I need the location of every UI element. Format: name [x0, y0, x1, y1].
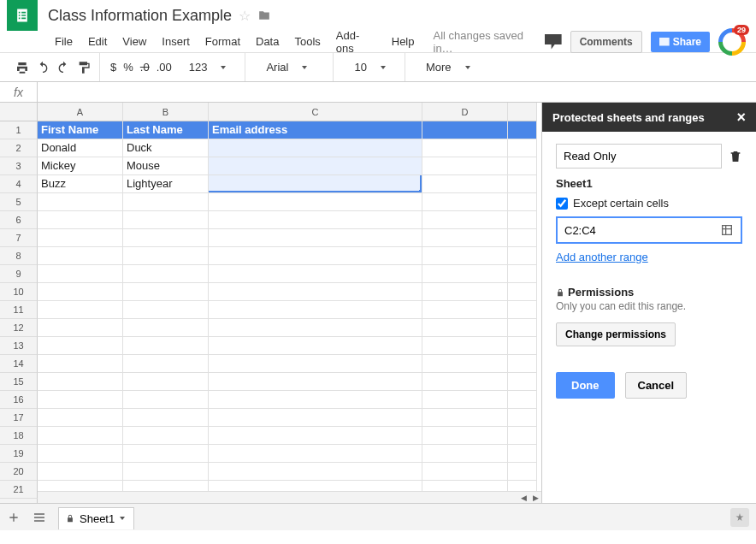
- cell-B17[interactable]: [123, 409, 209, 427]
- paint-format-icon[interactable]: [77, 61, 91, 74]
- row-header-7[interactable]: 7: [0, 229, 38, 247]
- cell-E4[interactable]: [508, 175, 537, 193]
- row-header-13[interactable]: 13: [0, 337, 38, 355]
- cell-B13[interactable]: [123, 337, 209, 355]
- except-cells-input[interactable]: [556, 198, 568, 210]
- scroll-left-icon[interactable]: ◀: [517, 494, 529, 502]
- explore-button[interactable]: [730, 508, 749, 527]
- cell-E13[interactable]: [508, 337, 537, 355]
- cell-C19[interactable]: [209, 445, 422, 463]
- cell-B12[interactable]: [123, 319, 209, 337]
- row-header-17[interactable]: 17: [0, 409, 38, 427]
- font-size-select[interactable]: 10: [344, 61, 395, 74]
- cell-E6[interactable]: [508, 211, 537, 229]
- cell-A7[interactable]: [38, 229, 123, 247]
- cell-A20[interactable]: [38, 463, 123, 481]
- cell-A13[interactable]: [38, 337, 123, 355]
- header-cell[interactable]: First Name: [38, 121, 123, 139]
- cell-E12[interactable]: [508, 319, 537, 337]
- description-input[interactable]: [556, 144, 722, 169]
- cell-D9[interactable]: [422, 265, 508, 283]
- row-header-16[interactable]: 16: [0, 391, 38, 409]
- cell-C13[interactable]: [209, 337, 422, 355]
- cell-B5[interactable]: [123, 193, 209, 211]
- cell-A12[interactable]: [38, 319, 123, 337]
- cell-C10[interactable]: [209, 283, 422, 301]
- cell-A8[interactable]: [38, 247, 123, 265]
- cell-E9[interactable]: [508, 265, 537, 283]
- cell-C6[interactable]: [209, 211, 422, 229]
- cell-B19[interactable]: [123, 445, 209, 463]
- close-icon[interactable]: ×: [736, 109, 746, 125]
- all-sheets-icon[interactable]: [32, 511, 46, 524]
- cell-A4[interactable]: Buzz: [38, 175, 123, 193]
- cell-E16[interactable]: [508, 391, 537, 409]
- cell-E10[interactable]: [508, 283, 537, 301]
- row-header-4[interactable]: 4: [0, 175, 38, 193]
- cell-C8[interactable]: [209, 247, 422, 265]
- row-header-6[interactable]: 6: [0, 211, 38, 229]
- row-header-21[interactable]: 21: [0, 481, 38, 499]
- row-header-15[interactable]: 15: [0, 373, 38, 391]
- menu-help[interactable]: Help: [385, 32, 422, 51]
- cell-C11[interactable]: [209, 301, 422, 319]
- cell-A9[interactable]: [38, 265, 123, 283]
- cell-C12[interactable]: [209, 319, 422, 337]
- column-header-extra[interactable]: [508, 103, 537, 121]
- cell-E14[interactable]: [508, 355, 537, 373]
- cell-A11[interactable]: [38, 301, 123, 319]
- formula-input[interactable]: [38, 86, 756, 98]
- delete-icon[interactable]: [729, 149, 742, 164]
- chat-icon[interactable]: [545, 34, 562, 50]
- row-header-19[interactable]: 19: [0, 445, 38, 463]
- cell-E3[interactable]: [508, 157, 537, 175]
- add-sheet-icon[interactable]: [7, 511, 21, 524]
- range-input-wrapper[interactable]: [556, 216, 742, 244]
- scroll-right-icon[interactable]: ▶: [529, 494, 541, 502]
- cell-C18[interactable]: [209, 427, 422, 445]
- cell-C14[interactable]: [209, 355, 422, 373]
- cell-D5[interactable]: [422, 193, 508, 211]
- select-all-corner[interactable]: [0, 103, 38, 121]
- move-folder-icon[interactable]: [257, 9, 271, 21]
- add-range-link[interactable]: Add another range: [556, 251, 648, 263]
- cell-C4[interactable]: [209, 175, 422, 193]
- cell-D7[interactable]: [422, 229, 508, 247]
- horizontal-scrollbar[interactable]: ◀ ▶: [38, 491, 541, 503]
- row-header-12[interactable]: 12: [0, 319, 38, 337]
- cell-C5[interactable]: [209, 193, 422, 211]
- cell-A17[interactable]: [38, 409, 123, 427]
- cell-A19[interactable]: [38, 445, 123, 463]
- cell-D20[interactable]: [422, 463, 508, 481]
- except-cells-checkbox[interactable]: Except certain cells: [556, 197, 742, 210]
- row-header-8[interactable]: 8: [0, 247, 38, 265]
- cell-E2[interactable]: [508, 139, 537, 157]
- cell-C9[interactable]: [209, 265, 422, 283]
- cell-E18[interactable]: [508, 427, 537, 445]
- cell-D12[interactable]: [422, 319, 508, 337]
- row-header-3[interactable]: 3: [0, 157, 38, 175]
- sheets-app-icon[interactable]: [7, 0, 38, 31]
- cell-D16[interactable]: [422, 391, 508, 409]
- header-cell[interactable]: Email address: [209, 121, 422, 139]
- row-header-5[interactable]: 5: [0, 193, 38, 211]
- cell-D11[interactable]: [422, 301, 508, 319]
- cell-E20[interactable]: [508, 463, 537, 481]
- cell-B8[interactable]: [123, 247, 209, 265]
- cell-D10[interactable]: [422, 283, 508, 301]
- cell-D6[interactable]: [422, 211, 508, 229]
- cell-A5[interactable]: [38, 193, 123, 211]
- cell-C2[interactable]: [209, 139, 422, 157]
- cell-D17[interactable]: [422, 409, 508, 427]
- cell-D13[interactable]: [422, 337, 508, 355]
- cell-D8[interactable]: [422, 247, 508, 265]
- account-avatar[interactable]: 29: [718, 28, 746, 56]
- cell-D4[interactable]: [422, 175, 508, 193]
- header-cell[interactable]: Last Name: [123, 121, 209, 139]
- row-header-20[interactable]: 20: [0, 463, 38, 481]
- cell-E8[interactable]: [508, 247, 537, 265]
- done-button[interactable]: Done: [556, 372, 615, 399]
- print-icon[interactable]: [15, 61, 29, 74]
- cell-B18[interactable]: [123, 427, 209, 445]
- star-icon[interactable]: ☆: [239, 8, 251, 24]
